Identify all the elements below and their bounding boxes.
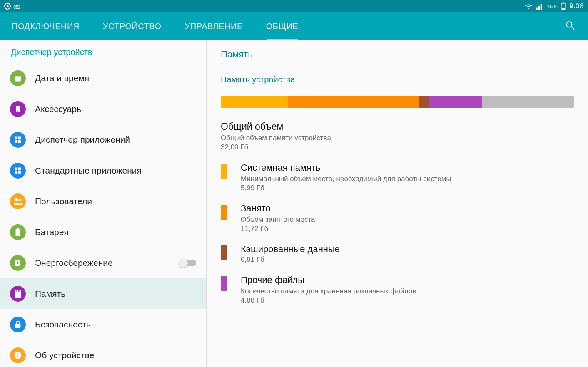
total-sub: Общий объем памяти устройства <box>221 134 574 142</box>
tab-control[interactable]: УПРАВЛЕНИЕ <box>173 12 254 40</box>
sidebar-title: Диспетчер устройств <box>0 40 206 63</box>
sidebar-item-3[interactable]: Стандартные приложения <box>0 155 206 186</box>
usage-segment <box>419 96 429 108</box>
total-title: Общий объем <box>221 121 574 132</box>
tabbar: ПОДКЛЮЧЕНИЯ УСТРОЙСТВО УПРАВЛЕНИЕ ОБЩИЕ <box>0 12 588 40</box>
users-icon <box>10 193 26 209</box>
svg-point-28 <box>17 353 19 355</box>
sidebar-item-7[interactable]: Память <box>0 278 206 309</box>
svg-point-8 <box>17 111 18 112</box>
sidebar-item-5[interactable]: Батарея <box>0 217 206 248</box>
leaf-icon <box>10 255 26 271</box>
grid2-icon <box>10 163 26 179</box>
entry-val: 4,88 Гб <box>241 296 416 305</box>
svg-point-3 <box>566 22 572 27</box>
svg-rect-22 <box>16 290 17 292</box>
svg-rect-15 <box>15 171 18 174</box>
battery-pct: 15% <box>547 3 558 10</box>
power-saving-toggle[interactable] <box>179 260 196 266</box>
svg-rect-27 <box>17 355 18 357</box>
sidebar-item-label: Стандартные приложения <box>35 166 142 176</box>
svg-rect-19 <box>17 228 19 229</box>
tab-general[interactable]: ОБЩИЕ <box>254 12 310 40</box>
svg-rect-14 <box>18 168 21 171</box>
sidebar-item-label: Энергосбережение <box>35 258 113 268</box>
sidebar-item-label: Пользователи <box>35 196 92 206</box>
entry-sub: Количество памяти для хранения различных… <box>241 287 416 295</box>
battery-icon <box>561 2 566 10</box>
color-swatch <box>221 245 227 260</box>
total-val: 32,00 Гб <box>221 143 574 151</box>
svg-rect-13 <box>15 168 18 171</box>
usage-segment <box>482 96 574 108</box>
svg-rect-2 <box>562 8 565 10</box>
calendar-icon <box>10 70 26 86</box>
sidebar-item-label: Безопасность <box>35 320 91 330</box>
storage-entry-2[interactable]: Кэшированные данные0,91 Гб <box>221 244 574 264</box>
usage-segment <box>221 96 288 108</box>
entry-sub: Объем занятого места <box>241 216 315 224</box>
sd-icon <box>10 286 26 302</box>
page-subtitle: Память устройства <box>221 75 574 84</box>
status-left-text: αs <box>13 3 20 10</box>
storage-entry-3[interactable]: Прочие файлыКоличество памяти для хранен… <box>221 275 574 305</box>
battery-icon <box>10 224 26 240</box>
sidebar-item-label: Батарея <box>35 227 69 237</box>
sidebar-item-label: Об устройстве <box>35 350 94 360</box>
search-icon <box>565 20 576 32</box>
color-swatch <box>221 276 227 291</box>
sidebar-item-8[interactable]: Безопасность <box>0 309 206 340</box>
color-swatch <box>221 205 227 220</box>
svg-line-4 <box>571 27 574 30</box>
sidebar-item-label: Аксессуары <box>35 104 83 114</box>
entry-val: 0,91 Гб <box>241 255 340 264</box>
play-icon <box>4 3 11 10</box>
clock: 9:08 <box>569 2 584 10</box>
svg-rect-24 <box>20 290 20 292</box>
svg-point-16 <box>18 171 21 174</box>
entry-title: Занято <box>241 203 315 214</box>
sidebar-item-6[interactable]: Энергосбережение <box>0 248 206 278</box>
tab-device[interactable]: УСТРОЙСТВО <box>91 12 173 40</box>
tab-connections[interactable]: ПОДКЛЮЧЕНИЯ <box>0 12 91 40</box>
storage-entry-0[interactable]: Системная памятьМинимальный объем места,… <box>221 162 574 192</box>
storage-usage-bar <box>221 96 574 108</box>
svg-rect-9 <box>15 137 18 140</box>
svg-rect-11 <box>15 140 18 143</box>
svg-rect-10 <box>18 137 21 140</box>
entry-title: Прочие файлы <box>241 275 416 285</box>
svg-rect-6 <box>15 76 21 77</box>
storage-entry-1[interactable]: ЗанятоОбъем занятого места11,72 Гб <box>221 203 574 233</box>
color-swatch <box>221 164 227 179</box>
usage-segment <box>429 96 482 108</box>
sidebar-item-label: Диспетчер приложений <box>35 135 130 145</box>
search-button[interactable] <box>556 12 585 40</box>
svg-point-18 <box>19 199 21 201</box>
sidebar-item-label: Память <box>35 289 65 299</box>
svg-rect-12 <box>18 140 21 143</box>
entry-sub: Минимальный объем места, необходимый для… <box>241 175 451 183</box>
grid-icon <box>10 132 26 148</box>
statusbar: αs 15% 9:08 <box>0 0 588 12</box>
page-title: Память <box>221 49 574 60</box>
wifi-icon <box>524 3 533 10</box>
svg-point-17 <box>15 198 18 201</box>
sidebar-item-label: Дата и время <box>35 73 89 83</box>
sidebar-item-4[interactable]: Пользователи <box>0 186 206 217</box>
main-pane: Память Память устройства Общий объем Общ… <box>207 40 588 367</box>
signal-icon <box>536 3 543 10</box>
sidebar-item-0[interactable]: Дата и время <box>0 63 206 94</box>
phone-icon <box>10 101 26 117</box>
entry-title: Системная память <box>241 162 451 173</box>
entry-title: Кэшированные данные <box>241 244 340 255</box>
svg-rect-23 <box>18 290 19 292</box>
svg-rect-20 <box>16 229 20 236</box>
sidebar-item-9[interactable]: Об устройстве <box>0 340 206 367</box>
storage-total[interactable]: Общий объем Общий объем памяти устройств… <box>221 121 574 151</box>
usage-segment <box>288 96 419 108</box>
sidebar-item-1[interactable]: Аксессуары <box>0 94 206 124</box>
info-icon <box>10 347 26 363</box>
sidebar: Диспетчер устройств Дата и времяАксессуа… <box>0 40 207 367</box>
svg-rect-25 <box>15 324 21 328</box>
sidebar-item-2[interactable]: Диспетчер приложений <box>0 124 206 155</box>
